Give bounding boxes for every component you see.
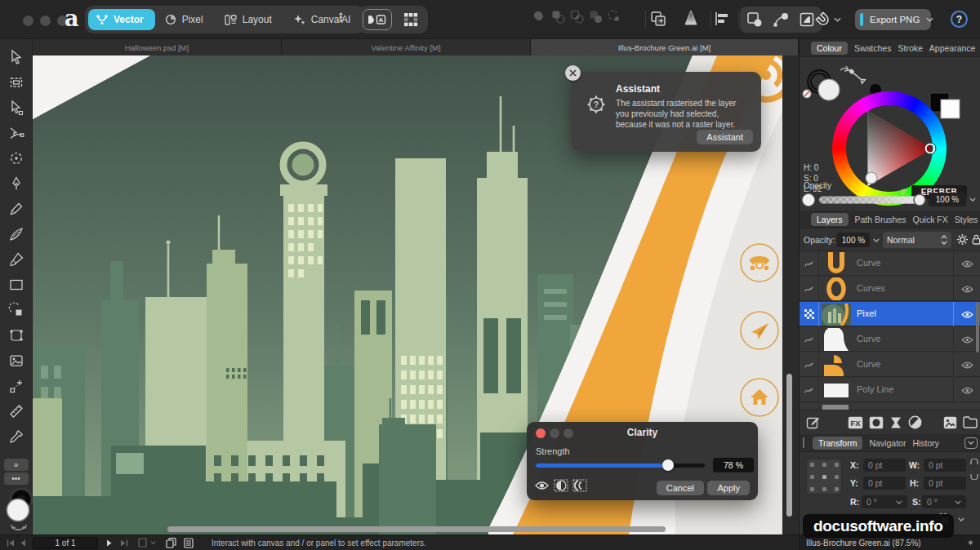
tab-history[interactable]: History bbox=[912, 438, 939, 448]
panel-options-chevron[interactable] bbox=[964, 437, 978, 449]
first-page-icon[interactable] bbox=[7, 539, 15, 547]
preview-eye-icon[interactable] bbox=[534, 480, 550, 491]
tab-layers[interactable]: Layers bbox=[811, 213, 849, 226]
anchor-point-selector[interactable] bbox=[806, 459, 842, 495]
tab-path-brushes[interactable]: Path Brushes bbox=[855, 215, 906, 224]
cycle-selection-box-icon[interactable] bbox=[746, 11, 763, 28]
page-thumb-icon[interactable] bbox=[138, 538, 147, 548]
alignment-icon[interactable] bbox=[714, 11, 730, 26]
y-field[interactable]: 0 pt bbox=[863, 477, 906, 490]
persona-vector[interactable]: Vector bbox=[88, 9, 155, 30]
persona-pixel[interactable]: Pixel bbox=[157, 9, 215, 30]
fill-stroke-wells[interactable] bbox=[3, 486, 33, 532]
vector-brush-tool[interactable] bbox=[0, 221, 33, 246]
move-tool[interactable] bbox=[0, 44, 33, 69]
layer-visibility-eye-icon[interactable] bbox=[953, 378, 980, 402]
strength-value[interactable]: 78 % bbox=[713, 458, 754, 472]
contextual-toolbar-toggle[interactable]: A bbox=[363, 9, 392, 30]
persona-canva-ai[interactable]: Canva AI bbox=[285, 9, 363, 30]
layer-row-curves[interactable]: Curves bbox=[800, 277, 980, 301]
favorite-star-icon[interactable]: ✶ bbox=[967, 538, 974, 548]
boolean-intersect-icon[interactable] bbox=[570, 10, 584, 24]
export-dropdown-chevron[interactable] bbox=[926, 17, 933, 22]
tab-colour[interactable]: Colour bbox=[811, 42, 848, 55]
tab-styles[interactable]: Styles bbox=[955, 215, 978, 224]
mask-icon[interactable] bbox=[869, 416, 884, 429]
panel-grip[interactable] bbox=[803, 437, 804, 448]
close-icon[interactable] bbox=[565, 65, 581, 81]
help-button[interactable]: ? bbox=[951, 11, 968, 28]
split-preview-left-icon[interactable] bbox=[554, 479, 568, 492]
page-thumb-chevron[interactable] bbox=[150, 541, 156, 544]
boolean-add-icon[interactable] bbox=[532, 10, 546, 24]
transparency-tool-icon[interactable] bbox=[683, 9, 699, 27]
tab-halloween[interactable]: Halloween.psd [M] bbox=[33, 39, 282, 55]
insert-order-icon[interactable] bbox=[650, 11, 666, 27]
duplicate-page-icon[interactable] bbox=[166, 538, 176, 548]
w-field[interactable]: 0 pt bbox=[924, 459, 966, 472]
boolean-subtract-icon[interactable] bbox=[551, 10, 565, 24]
layer-visibility-eye-icon[interactable] bbox=[953, 251, 980, 276]
horizontal-scrollbar[interactable] bbox=[167, 526, 666, 532]
paint-brush-tool[interactable] bbox=[0, 246, 33, 272]
split-preview-right-icon[interactable] bbox=[572, 479, 587, 492]
tab-appearance[interactable]: Appearance bbox=[929, 43, 976, 53]
boolean-combine-icon[interactable] bbox=[608, 10, 621, 24]
tab-swatches[interactable]: Swatches bbox=[854, 43, 892, 53]
studio-grid-toggle[interactable] bbox=[399, 9, 423, 30]
previous-page-icon[interactable] bbox=[20, 539, 26, 547]
point-transform-tool[interactable] bbox=[0, 373, 33, 398]
layers-scrollbar[interactable] bbox=[976, 302, 979, 353]
layer-row-poly-line[interactable]: Poly Line bbox=[800, 378, 980, 402]
layer-settings-gear-icon[interactable] bbox=[956, 233, 969, 246]
tab-illus-brochure[interactable]: Illus-Brochure Green.ai [M] bbox=[531, 39, 799, 55]
mesh-warp-tool[interactable] bbox=[0, 322, 33, 348]
tab-valentine[interactable]: Valentine Affinity [M] bbox=[282, 39, 531, 55]
contour-tool[interactable] bbox=[0, 120, 33, 145]
transform-options-chevron[interactable] bbox=[958, 517, 964, 521]
node-tool[interactable] bbox=[0, 95, 33, 120]
scale-box-icon[interactable] bbox=[799, 11, 815, 28]
selection-brush-tool[interactable] bbox=[0, 145, 33, 171]
strength-slider[interactable] bbox=[536, 464, 705, 468]
h-field[interactable]: 0 pt bbox=[924, 477, 966, 490]
layer-row-partial[interactable] bbox=[800, 403, 980, 410]
snapping-magnet-icon[interactable] bbox=[815, 11, 831, 27]
layer-lock-icon[interactable] bbox=[972, 234, 980, 245]
colour-picker-tool[interactable] bbox=[0, 424, 33, 449]
slider-thumb[interactable] bbox=[662, 459, 674, 471]
layers-opacity-chevron[interactable] bbox=[873, 238, 880, 242]
window-close-button[interactable] bbox=[23, 16, 33, 26]
assistant-button[interactable]: Assistant bbox=[697, 129, 753, 144]
last-page-icon[interactable] bbox=[120, 539, 128, 547]
cancel-button[interactable]: Cancel bbox=[657, 480, 704, 495]
point-transform-icon[interactable] bbox=[773, 11, 789, 28]
shape-builder-tool[interactable] bbox=[0, 297, 33, 322]
next-page-icon[interactable] bbox=[106, 539, 113, 547]
opacity-value[interactable]: 100 % bbox=[929, 193, 966, 206]
layer-row-curve-3[interactable]: Curve bbox=[800, 353, 980, 377]
place-image-tool[interactable] bbox=[0, 348, 33, 373]
apply-button[interactable]: Apply bbox=[707, 480, 750, 495]
more-tools-button[interactable]: ••• bbox=[4, 472, 29, 485]
edit-all-layers-icon[interactable] bbox=[806, 415, 820, 429]
window-minimize-button[interactable] bbox=[40, 16, 51, 26]
layers-opacity-value[interactable]: 100 % bbox=[837, 233, 870, 247]
snapping-dropdown-chevron[interactable] bbox=[834, 17, 841, 22]
layer-visibility-eye-icon[interactable] bbox=[953, 353, 980, 377]
measure-tool[interactable] bbox=[0, 398, 33, 424]
layer-row-curve-1[interactable]: Curve bbox=[800, 251, 980, 276]
layer-visibility-eye-icon[interactable] bbox=[953, 277, 980, 301]
new-group-folder-icon[interactable] bbox=[963, 416, 978, 428]
adjustment-icon[interactable] bbox=[889, 416, 902, 429]
more-personas-button[interactable]: ••• bbox=[339, 13, 343, 23]
page-list-icon[interactable] bbox=[184, 538, 194, 548]
x-field[interactable]: 0 pt bbox=[863, 459, 906, 472]
fx-icon[interactable]: FX bbox=[848, 416, 863, 429]
tab-transform[interactable]: Transform bbox=[813, 437, 862, 450]
live-filter-icon[interactable] bbox=[908, 415, 922, 429]
pencil-tool[interactable] bbox=[0, 196, 33, 221]
layer-row-curve-2[interactable]: Curve bbox=[800, 327, 980, 352]
r-field[interactable]: 0 ° bbox=[862, 495, 907, 508]
pen-tool[interactable] bbox=[0, 171, 33, 196]
